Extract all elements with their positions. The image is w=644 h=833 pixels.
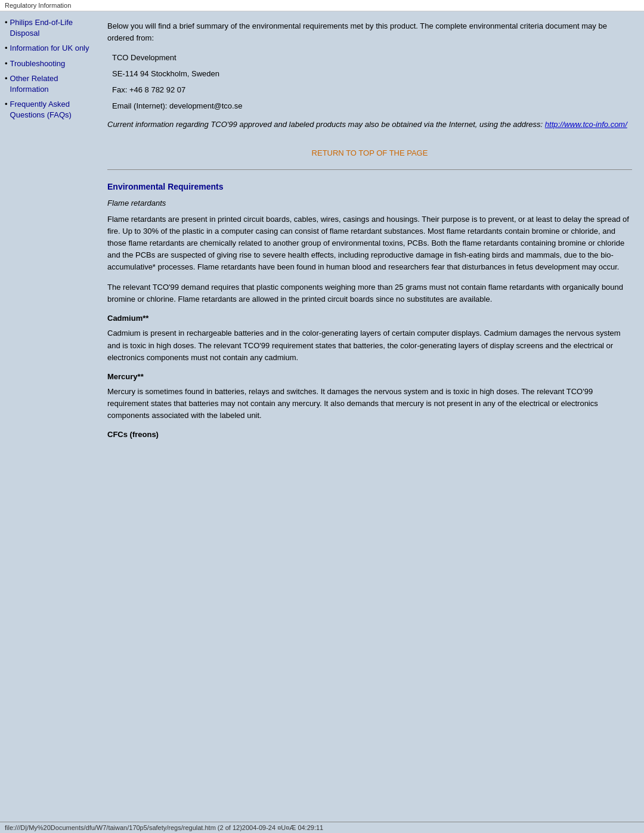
sidebar-link-end-of-life[interactable]: Philips End-of-Life Disposal: [10, 17, 94, 39]
tco-name: TCO Development: [112, 53, 632, 62]
sidebar-item-uk-only[interactable]: • Information for UK only: [5, 43, 94, 56]
cadmium-title: Cadmium**: [107, 314, 632, 323]
tco-address-block: SE-114 94 Stockholm, Sweden: [107, 68, 632, 79]
flame-retardants-subtitle: Flame retardants: [107, 199, 632, 208]
main-content: Below you will find a brief summary of t…: [98, 11, 644, 816]
mercury-title: Mercury**: [107, 372, 632, 381]
sidebar-link-other-related[interactable]: Other Related Information: [10, 73, 94, 95]
bullet-icon: •: [5, 74, 8, 83]
bullet-icon: •: [5, 18, 8, 27]
tco-url-link[interactable]: http://www.tco-info.com/: [545, 120, 627, 129]
section-divider: [107, 169, 632, 170]
sidebar-link-uk-only[interactable]: Information for UK only: [10, 43, 89, 54]
status-bar: file:///D|/My%20Documents/dfu/W7/taiwan/…: [0, 822, 644, 833]
flame-retardants-para1: Flame retardants are present in printed …: [107, 213, 632, 274]
sidebar: • Philips End-of-Life Disposal • Informa…: [0, 11, 98, 816]
sidebar-link-troubleshooting[interactable]: Troubleshooting: [10, 58, 66, 69]
tco-note: Current information regarding TCO'99 app…: [107, 119, 632, 131]
tco-note-text: Current information regarding TCO'99 app…: [107, 120, 545, 129]
bullet-icon: •: [5, 59, 8, 68]
sidebar-item-other-related[interactable]: • Other Related Information: [5, 73, 94, 97]
bullet-icon: •: [5, 100, 8, 109]
return-to-top[interactable]: RETURN TO TOP OF THE PAGE: [107, 148, 632, 157]
sidebar-item-troubleshooting[interactable]: • Troubleshooting: [5, 58, 94, 72]
page-title: Regulatory Information: [5, 2, 71, 9]
tco-fax: Fax: +46 8 782 92 07: [112, 85, 632, 94]
status-text: file:///D|/My%20Documents/dfu/W7/taiwan/…: [5, 824, 323, 831]
mercury-para: Mercury is sometimes found in batteries,…: [107, 386, 632, 422]
sidebar-item-end-of-life[interactable]: • Philips End-of-Life Disposal: [5, 17, 94, 41]
return-link[interactable]: RETURN TO TOP OF THE PAGE: [312, 148, 428, 157]
sidebar-link-faqs[interactable]: Frequently Asked Questions (FAQs): [10, 99, 94, 120]
tco-email: Email (Internet): development@tco.se: [112, 101, 632, 110]
tco-fax-block: Fax: +46 8 782 92 07: [107, 84, 632, 95]
sidebar-item-faqs[interactable]: • Frequently Asked Questions (FAQs): [5, 99, 94, 123]
bullet-icon: •: [5, 44, 8, 52]
intro-paragraph: Below you will find a brief summary of t…: [107, 20, 632, 44]
top-bar: Regulatory Information: [0, 0, 644, 11]
tco-email-block: Email (Internet): development@tco.se: [107, 100, 632, 112]
tco-address: SE-114 94 Stockholm, Sweden: [112, 69, 632, 78]
flame-retardants-para2: The relevant TCO'99 demand requires that…: [107, 281, 632, 305]
main-layout: • Philips End-of-Life Disposal • Informa…: [0, 11, 644, 816]
env-requirements-title: Environmental Requirements: [107, 182, 632, 191]
cfcs-title: CFCs (freons): [107, 430, 632, 439]
cadmium-para: Cadmium is present in rechargeable batte…: [107, 327, 632, 363]
tco-name-block: TCO Development: [107, 52, 632, 63]
